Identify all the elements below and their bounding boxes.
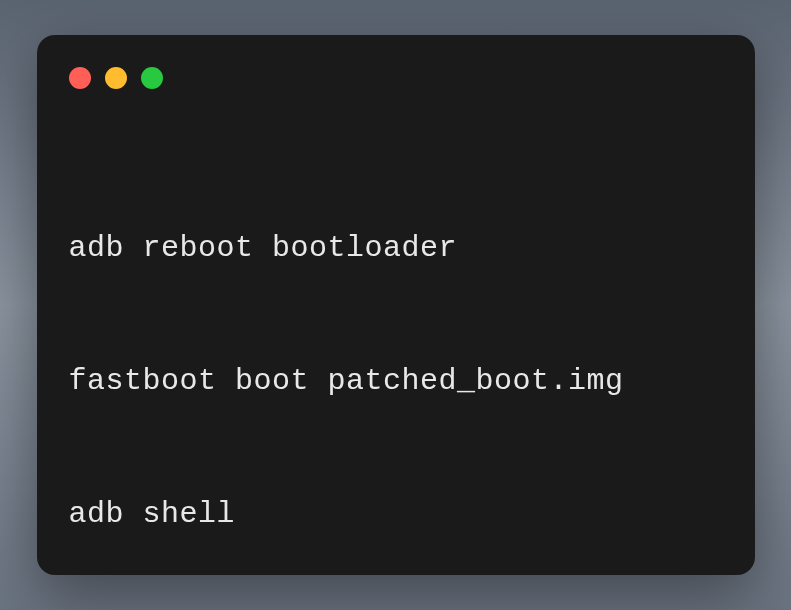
- terminal-output[interactable]: adb reboot bootloader fastboot boot patc…: [69, 137, 723, 575]
- minimize-icon[interactable]: [105, 67, 127, 89]
- maximize-icon[interactable]: [141, 67, 163, 89]
- terminal-line: adb reboot bootloader: [69, 226, 723, 270]
- terminal-line: adb shell: [69, 492, 723, 536]
- terminal-window: adb reboot bootloader fastboot boot patc…: [37, 35, 755, 575]
- terminal-line: fastboot boot patched_boot.img: [69, 359, 723, 403]
- close-icon[interactable]: [69, 67, 91, 89]
- window-controls: [69, 67, 723, 89]
